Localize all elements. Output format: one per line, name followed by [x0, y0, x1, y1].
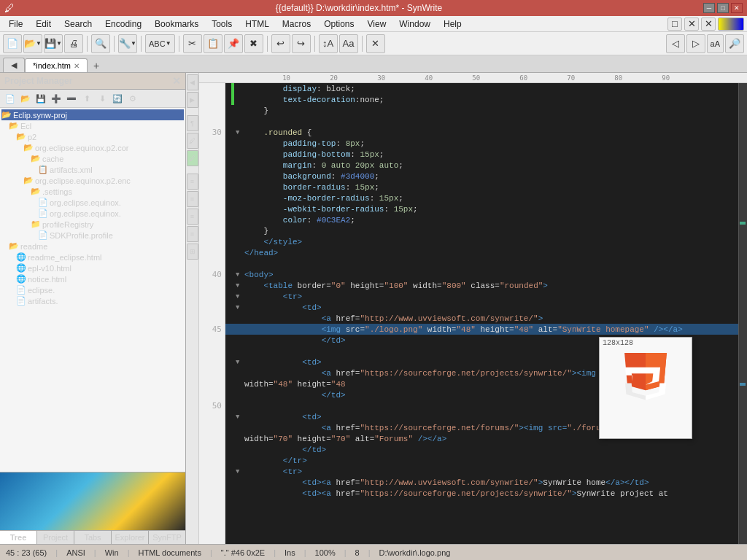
font-size-button[interactable]: Aa	[339, 34, 358, 53]
undo-button[interactable]: ↩	[271, 34, 290, 53]
sort-button[interactable]: ↕A	[319, 34, 338, 53]
bookmark-left-button[interactable]: ◁	[666, 34, 685, 53]
copy-button[interactable]: 📋	[204, 34, 222, 53]
ls-btn-6[interactable]: ≡	[187, 174, 198, 190]
tree-item[interactable]: 📂p2	[1, 131, 184, 142]
tree-item[interactable]: 📄org.eclipse.equinox.	[1, 208, 184, 219]
pm-tab-synftp[interactable]: SynFTP	[149, 531, 185, 544]
tree-item[interactable]: 📄artifacts.	[1, 295, 184, 306]
code-editor[interactable]: display: block; text-decoration:none; }▼…	[225, 83, 738, 544]
menu-encoding[interactable]: Encoding	[99, 16, 147, 32]
menu-bookmarks[interactable]: Bookmarks	[149, 16, 204, 32]
tree-item[interactable]: 📋artifacts.xml	[1, 164, 184, 175]
menu-file[interactable]: File	[3, 16, 28, 32]
tree-item[interactable]: 📂readme	[1, 241, 184, 252]
search-btn2[interactable]: 🔎	[725, 34, 744, 53]
pm-tab-project[interactable]: Project	[37, 531, 74, 544]
pm-btn-add[interactable]: ➕	[49, 91, 63, 106]
code-token: href=	[331, 424, 360, 432]
fold-marker[interactable]: ▼	[236, 359, 244, 366]
tree-item[interactable]: 📁profileRegistry	[1, 219, 184, 230]
maximize-button[interactable]: □	[717, 3, 729, 13]
tree-item[interactable]: 📂org.eclipse.equinox.p2.cor	[1, 142, 184, 153]
tab-index-htm[interactable]: *index.htm ✕	[25, 58, 88, 72]
menu-macros[interactable]: Macros	[276, 16, 317, 32]
pm-tab-tabs[interactable]: Tabs	[74, 531, 112, 544]
tools-btn[interactable]: 🔧▼	[118, 34, 137, 53]
tree-item[interactable]: 📂.settings	[1, 186, 184, 197]
tree-item[interactable]: 🌐epl-v10.html	[1, 262, 184, 273]
pm-btn-down[interactable]: ⬇	[95, 91, 109, 106]
ls-btn-5[interactable]: 🖊	[187, 150, 198, 166]
pm-tab-tree[interactable]: Tree	[0, 531, 37, 544]
tree-item[interactable]: 📂Eclip.synw-proj	[1, 109, 184, 120]
save-file-button[interactable]: 💾▼	[44, 34, 63, 53]
fold-marker[interactable]: ▼	[236, 468, 244, 475]
toolbar-extra-btn1[interactable]: □	[667, 18, 682, 31]
menu-html[interactable]: HTML	[239, 16, 275, 32]
ls-btn-1[interactable]: ◀	[187, 74, 198, 90]
toolbar-extra-btn2[interactable]: ✕	[684, 18, 699, 31]
tree-item[interactable]: 📂org.eclipse.equinox.p2.enc	[1, 175, 184, 186]
menu-view[interactable]: View	[362, 16, 392, 32]
fold-marker[interactable]: ▼	[236, 293, 244, 300]
tree-item[interactable]: 📄SDKProfile.profile	[1, 230, 184, 241]
ls-btn-7[interactable]: ≡	[187, 191, 198, 207]
clear-button[interactable]: ✖	[244, 34, 263, 53]
print-button[interactable]: 🖨	[64, 34, 83, 53]
paste-button[interactable]: 📌	[224, 34, 243, 53]
code-line: </style>	[225, 236, 738, 247]
menu-options[interactable]: Options	[318, 16, 360, 32]
menu-search[interactable]: Search	[58, 16, 98, 32]
tree-item[interactable]: 📂cache	[1, 153, 184, 164]
font-button[interactable]: aA	[707, 34, 724, 53]
fold-marker[interactable]: ▼	[236, 129, 244, 136]
pm-btn-refresh[interactable]: 🔄	[110, 91, 125, 106]
pm-btn-open[interactable]: 📂	[18, 91, 33, 106]
tab-nav-back[interactable]: ◀	[3, 58, 25, 72]
tab-close-icon[interactable]: ✕	[74, 62, 80, 70]
fold-marker[interactable]: ▼	[236, 271, 244, 279]
minimize-button[interactable]: ─	[703, 3, 715, 13]
html5-logo-svg	[609, 349, 682, 430]
pm-btn-save[interactable]: 💾	[34, 91, 48, 106]
tree-item[interactable]: 📂Ecl	[1, 120, 184, 131]
pm-close-icon[interactable]: ✕	[172, 75, 181, 87]
new-tab-button[interactable]: +	[90, 59, 103, 72]
bookmark-right-button[interactable]: ▷	[686, 34, 705, 53]
pm-btn-new[interactable]: 📄	[3, 91, 18, 106]
fold-marker[interactable]: ▼	[236, 304, 244, 311]
tree-item[interactable]: 🌐readme_eclipse.html	[1, 252, 184, 262]
fold-marker[interactable]: ▼	[236, 282, 244, 289]
open-file-button[interactable]: 📂▼	[23, 34, 42, 53]
menu-help[interactable]: Help	[438, 16, 468, 32]
tree-item[interactable]: 📄org.eclipse.equinox.	[1, 197, 184, 208]
pm-tab-explorer[interactable]: Explorer	[112, 531, 149, 544]
abc-button[interactable]: ABC▼	[145, 34, 175, 53]
pm-btn-remove[interactable]: ➖	[64, 91, 79, 106]
menu-window[interactable]: Window	[393, 16, 436, 32]
tree-item[interactable]: 🌐notice.html	[1, 273, 184, 284]
code-token	[244, 456, 283, 465]
tree-item[interactable]: 📄eclipse.	[1, 284, 184, 295]
code-token: 8px	[346, 139, 360, 148]
close-x-button[interactable]: ✕	[366, 34, 385, 53]
find-button[interactable]: 🔍	[91, 34, 110, 53]
fold-marker[interactable]: ▼	[236, 413, 244, 421]
close-button[interactable]: ✕	[731, 3, 743, 13]
new-file-button[interactable]: 📄	[3, 34, 22, 53]
menu-edit[interactable]: Edit	[30, 16, 57, 32]
ls-btn-8[interactable]: ≡	[187, 209, 198, 225]
color-btn[interactable]	[718, 18, 744, 31]
menu-tools[interactable]: Tools	[206, 16, 238, 32]
ls-btn-2[interactable]: ▶	[187, 92, 198, 108]
toolbar-extra-btn3[interactable]: ✕	[701, 18, 716, 31]
pm-btn-up[interactable]: ⬆	[80, 91, 94, 106]
ls-btn-3[interactable]: ¶	[187, 115, 198, 131]
ls-btn-9[interactable]: ≡	[187, 226, 198, 242]
redo-button[interactable]: ↪	[292, 34, 311, 53]
ls-btn-4[interactable]: 🖊	[187, 133, 198, 149]
ls-btn-10[interactable]: ⊞	[187, 244, 198, 260]
pm-btn-settings[interactable]: ⚙	[125, 91, 140, 106]
cut-button[interactable]: ✂	[183, 34, 202, 53]
